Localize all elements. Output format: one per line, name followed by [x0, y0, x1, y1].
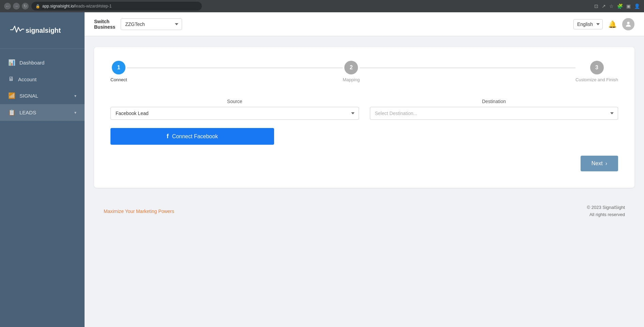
destination-label: Destination [370, 99, 618, 104]
source-destination-row: Source Facebook Lead Destination [110, 99, 618, 120]
step-3-circle: 3 [590, 61, 604, 74]
browser-chrome: ← → ↻ 🔒 app.signalsight.io/leads-wizard#… [0, 0, 644, 12]
sidebar-item-label: LEADS [19, 110, 36, 115]
source-select[interactable]: Facebook Lead [110, 107, 359, 120]
page-footer: Maximize Your Marketing Powers © 2023 Si… [94, 196, 634, 227]
step-2-circle: 2 [344, 61, 358, 74]
back-button[interactable]: ← [4, 3, 11, 10]
dashboard-icon: 📊 [8, 59, 15, 66]
step-1-label: Connect [110, 77, 127, 82]
source-col: Source Facebook Lead [110, 99, 359, 120]
destination-select-wrapper: Select Destination... [370, 107, 618, 120]
destination-col: Destination Select Destination... [370, 99, 618, 120]
address-bar[interactable]: 🔒 app.signalsight.io/leads-wizard#step-1 [31, 2, 202, 11]
sidebar-item-dashboard[interactable]: 📊 Dashboard [0, 54, 85, 71]
step-line-2 [360, 68, 575, 68]
window-icon[interactable]: ▣ [626, 3, 631, 9]
connect-facebook-label: Connect Facebook [172, 133, 218, 140]
connect-facebook-button[interactable]: f Connect Facebook [110, 128, 274, 145]
footer-copyright: © 2023 SignalSight All rights reserved [587, 204, 625, 218]
source-select-wrapper: Facebook Lead [110, 107, 359, 120]
browser-action-icons: ⊡ ↗ ☆ 🧩 ▣ 👤 [594, 3, 640, 9]
main-content: Switch Business ZZGTech English 🔔 [85, 12, 644, 327]
next-button[interactable]: Next › [581, 156, 618, 171]
page-body: 1 Connect 2 Mapping 3 [85, 36, 644, 327]
step-2-label: Mapping [343, 77, 360, 82]
svg-text:signalsight: signalsight [26, 27, 61, 34]
svg-point-1 [627, 22, 629, 24]
language-select[interactable]: English [573, 19, 603, 29]
bookmark-icon[interactable]: ☆ [609, 3, 614, 9]
extensions-icon[interactable]: 🧩 [617, 3, 623, 9]
signal-icon: 📶 [8, 92, 15, 99]
step-1-connect: 1 Connect [110, 61, 127, 82]
sidebar-item-label: Dashboard [19, 60, 44, 66]
leads-icon: 📋 [8, 109, 15, 116]
source-label: Source [110, 99, 359, 104]
step-2-mapping: 2 Mapping [343, 61, 360, 82]
next-label: Next [591, 160, 603, 167]
sidebar-item-signal[interactable]: 📶 SIGNAL ▾ [0, 87, 85, 104]
chevron-right-icon: › [605, 160, 607, 167]
destination-select[interactable]: Select Destination... [370, 107, 618, 120]
step-line-1 [127, 68, 343, 68]
sidebar-item-label: SIGNAL [19, 93, 38, 99]
sidebar-navigation: 📊 Dashboard 🖥 Account 📶 SIGNAL ▾ 📋 LEADS… [0, 49, 85, 327]
user-avatar[interactable] [622, 18, 634, 30]
notification-bell-icon[interactable]: 🔔 [608, 20, 617, 28]
sidebar-item-leads[interactable]: 📋 LEADS ▾ [0, 104, 85, 121]
facebook-icon: f [167, 133, 169, 140]
wizard-card: 1 Connect 2 Mapping 3 [94, 47, 634, 188]
steps-progress: 1 Connect 2 Mapping 3 [110, 61, 618, 82]
sidebar-item-label: Account [18, 76, 36, 82]
url-display: app.signalsight.io/leads-wizard#step-1 [42, 4, 111, 9]
wizard-form: Source Facebook Lead Destination [110, 99, 618, 145]
account-icon: 🖥 [8, 76, 14, 83]
top-header: Switch Business ZZGTech English 🔔 [85, 12, 644, 36]
footer-tagline: Maximize Your Marketing Powers [104, 209, 174, 214]
chevron-down-icon: ▾ [74, 110, 76, 115]
sidebar: signalsight 📊 Dashboard 🖥 Account 📶 SIGN… [0, 12, 85, 327]
cast-icon[interactable]: ⊡ [594, 3, 598, 9]
lock-icon: 🔒 [35, 4, 40, 9]
step-1-circle: 1 [112, 61, 125, 74]
switch-business-label: Switch Business [94, 19, 115, 30]
wizard-footer: Next › [110, 156, 618, 171]
forward-button[interactable]: → [13, 3, 20, 10]
step-3-finish: 3 Customize and Finish [575, 61, 618, 82]
profile-icon[interactable]: 👤 [634, 3, 640, 9]
share-icon[interactable]: ↗ [602, 3, 606, 9]
reload-button[interactable]: ↻ [22, 3, 29, 10]
sidebar-logo: signalsight [0, 12, 85, 49]
header-right: English 🔔 [573, 18, 634, 30]
step-3-label: Customize and Finish [575, 77, 618, 82]
chevron-down-icon: ▾ [74, 94, 76, 98]
business-select[interactable]: ZZGTech [121, 18, 182, 30]
sidebar-item-account[interactable]: 🖥 Account [0, 71, 85, 87]
